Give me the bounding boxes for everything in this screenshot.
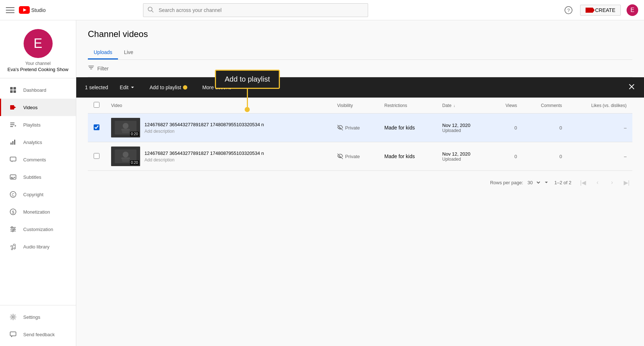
svg-marker-49 <box>234 87 237 88</box>
monetization-icon: $ <box>9 207 17 216</box>
sidebar-item-customization[interactable]: Customization <box>0 221 76 238</box>
sort-icon: ↓ <box>453 104 455 108</box>
logo[interactable]: Studio <box>19 6 46 14</box>
svg-rect-9 <box>13 90 16 93</box>
selection-close-button[interactable] <box>628 83 635 92</box>
svg-rect-17 <box>12 141 13 145</box>
sidebar-item-subtitles[interactable]: Subtitles <box>0 168 76 186</box>
first-page-button[interactable]: |◀ <box>577 177 589 188</box>
date-value: Nov 12, 2020 <box>442 123 485 128</box>
svg-rect-18 <box>14 140 15 145</box>
sidebar-item-send-feedback[interactable]: Send feedback <box>0 326 76 343</box>
sidebar-item-audio-library[interactable]: Audio library <box>0 238 76 255</box>
sidebar-item-label: Settings <box>23 314 40 320</box>
row-checkbox[interactable] <box>94 153 99 159</box>
svg-point-38 <box>14 248 15 249</box>
sidebar-bottom: Settings Send feedback <box>0 305 76 346</box>
date-sub: Uploaded <box>442 128 485 133</box>
video-title: 124676827 365443277891827 17480879551033… <box>144 122 264 127</box>
video-info: 124676827 365443277891827 17480879551033… <box>144 122 264 134</box>
menu-icon[interactable] <box>6 6 15 15</box>
sidebar-item-label: Subtitles <box>23 174 41 180</box>
main-content: Channel videos Uploads Live Add to playl… <box>76 20 644 346</box>
settings-icon <box>9 313 17 321</box>
svg-rect-10 <box>10 105 14 110</box>
row-checkbox-cell <box>88 142 105 171</box>
svg-point-32 <box>13 228 15 230</box>
sidebar-item-dashboard[interactable]: Dashboard <box>0 81 76 99</box>
svg-point-40 <box>11 248 13 250</box>
th-video: Video <box>105 98 331 114</box>
sidebar-item-playlists[interactable]: Playlists <box>0 116 76 133</box>
row-visibility-cell: Private <box>331 142 379 171</box>
sidebar-item-monetization[interactable]: $ Monetization <box>0 203 76 221</box>
thumb-wrap: 0:20 <box>111 118 140 137</box>
last-page-button[interactable]: ▶| <box>621 177 632 188</box>
channel-avatar[interactable]: E <box>24 29 53 58</box>
row-likes-cell: – <box>568 114 632 142</box>
row-checkbox[interactable] <box>94 124 99 130</box>
th-views: Views <box>491 98 523 114</box>
analytics-icon <box>9 138 17 147</box>
search-icon <box>147 6 154 14</box>
svg-marker-64 <box>545 182 548 183</box>
help-icon[interactable]: ? <box>563 4 574 16</box>
edit-button[interactable]: Edit <box>117 83 138 92</box>
create-button[interactable]: CREATE <box>580 5 621 16</box>
svg-rect-13 <box>10 124 15 125</box>
sidebar-item-videos[interactable]: Videos <box>0 99 76 116</box>
row-video-cell: 0:20 124676827 365443277891827 174808795… <box>105 114 331 142</box>
page-title: Channel videos <box>88 29 632 39</box>
row-date-cell: Nov 12, 2020 Uploaded <box>436 114 491 142</box>
sidebar-item-copyright[interactable]: C Copyright <box>0 186 76 203</box>
date-value: Nov 12, 2020 <box>442 151 485 157</box>
rows-per-page-select[interactable]: 30 50 100 <box>526 180 541 186</box>
select-all-checkbox[interactable] <box>94 102 99 108</box>
audio-icon <box>9 242 17 251</box>
row-visibility-cell: Private <box>331 114 379 142</box>
video-table: Video Visibility Restrictions Date ↓ Vie… <box>88 98 632 171</box>
selection-bar: 1 selected Edit Add to playlist More act… <box>76 77 644 98</box>
sidebar-item-label: Analytics <box>23 140 42 145</box>
next-page-button[interactable]: › <box>606 177 618 188</box>
sidebar-item-settings[interactable]: Settings <box>0 308 76 326</box>
sidebar-item-analytics[interactable]: Analytics <box>0 133 76 151</box>
svg-rect-7 <box>13 87 16 90</box>
th-checkbox <box>88 98 105 114</box>
th-likes: Likes (vs. dislikes) <box>568 98 632 114</box>
tab-uploads[interactable]: Uploads <box>88 45 118 59</box>
row-views-cell: 0 <box>491 114 523 142</box>
svg-rect-42 <box>10 332 16 336</box>
sidebar-item-label: Customization <box>23 227 53 232</box>
svg-rect-35 <box>13 244 15 246</box>
svg-marker-11 <box>14 106 16 108</box>
video-description: Add description <box>144 129 264 134</box>
search-input[interactable] <box>143 3 368 17</box>
row-comments-cell: 0 <box>523 114 568 142</box>
th-restrictions: Restrictions <box>379 98 437 114</box>
row-video-cell: 0:20 124676827 365443277891827 174808795… <box>105 142 331 171</box>
top-nav: Studio ? CREATE E <box>0 0 644 20</box>
dashboard-icon <box>9 86 17 94</box>
th-date[interactable]: Date ↓ <box>436 98 491 114</box>
row-restrictions-cell: Made for kids <box>379 142 437 171</box>
youtube-logo <box>19 6 30 14</box>
add-to-playlist-icon <box>183 85 188 90</box>
create-label: CREATE <box>595 7 615 13</box>
thumb-duration: 0:20 <box>130 132 139 136</box>
more-actions-button[interactable]: More actions <box>199 83 241 92</box>
tab-live[interactable]: Live <box>118 45 139 59</box>
avatar[interactable]: E <box>627 4 638 16</box>
prev-page-button[interactable]: ‹ <box>592 177 603 188</box>
add-to-playlist-button[interactable]: Add to playlist <box>147 83 191 92</box>
selected-count: 1 selected <box>85 85 108 90</box>
nav-items: Dashboard Videos Playlists <box>0 78 76 305</box>
table-body: 0:20 124676827 365443277891827 174808795… <box>88 114 632 171</box>
visibility-label: Private <box>345 154 360 159</box>
eye-off-icon <box>337 153 343 159</box>
svg-rect-36 <box>11 246 13 247</box>
sidebar-item-comments[interactable]: Comments <box>0 151 76 168</box>
filter-icon <box>88 64 94 73</box>
edit-dropdown-icon <box>130 85 135 90</box>
svg-rect-19 <box>10 157 16 161</box>
